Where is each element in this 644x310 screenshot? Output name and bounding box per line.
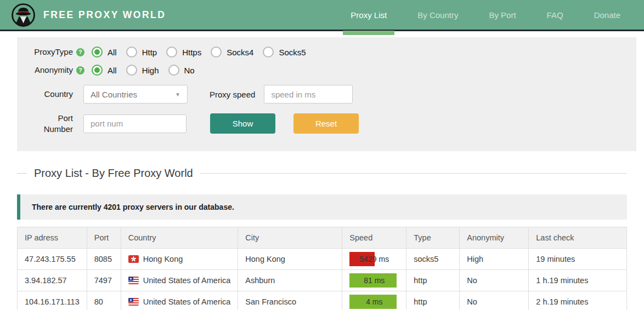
country-speed-row: Country All Countries ▼ Proxy speed: [30, 85, 636, 104]
anonymity-label: Anonymity: [30, 65, 73, 76]
radio-label: No: [184, 66, 195, 75]
anonymity-row: Anonymity ? All High No: [30, 65, 636, 76]
last-check-cell: 2 h.19 minutes: [529, 291, 627, 310]
port-cell: 7497: [87, 270, 121, 291]
radio-label: Socks5: [279, 48, 306, 57]
radio-checked-icon: [92, 47, 103, 58]
anonymity-cell: No: [460, 291, 529, 310]
country-cell: United States of America: [121, 291, 238, 310]
radio-label: All: [108, 48, 117, 57]
radio-icon: [126, 47, 137, 58]
country-label: Country: [30, 89, 73, 100]
divider: [17, 173, 27, 174]
country-cell: United States of America: [121, 270, 238, 291]
type-cell: http: [406, 270, 460, 291]
radio-proxytype-socks4[interactable]: Socks4: [211, 47, 253, 58]
speed-value: 81 ms: [349, 273, 399, 288]
page: FREE PROXY WORLD Proxy List By Country B…: [0, 0, 644, 310]
country-name: United States of America: [143, 297, 231, 306]
type-cell: http: [406, 291, 460, 310]
radio-proxytype-all[interactable]: All: [92, 47, 117, 58]
country-name: United States of America: [143, 276, 231, 285]
table-header-row: IP adress Port Country City Speed Type A…: [18, 227, 627, 249]
radio-icon: [263, 47, 274, 58]
type-cell: socks5: [406, 249, 460, 270]
header: FREE PROXY WORLD Proxy List By Country B…: [0, 0, 644, 31]
radio-proxytype-socks5[interactable]: Socks5: [263, 47, 306, 58]
chevron-down-icon: ▼: [175, 91, 180, 97]
city-cell: San Francisco: [238, 291, 342, 310]
main-nav: Proxy List By Country By Port FAQ Donate: [351, 0, 620, 31]
col-last-check[interactable]: Last check: [529, 227, 627, 249]
radio-proxytype-https[interactable]: Https: [166, 47, 201, 58]
radio-icon: [166, 47, 177, 58]
divider: [200, 173, 627, 174]
port-number-input[interactable]: [83, 114, 187, 133]
proxy-type-row: ProxyType ? All Http Https Socks4: [30, 47, 636, 58]
speed-cell: 81 ms: [342, 270, 406, 291]
country-select-value: All Countries: [91, 90, 175, 99]
radio-anonymity-no[interactable]: No: [168, 65, 195, 76]
col-port[interactable]: Port: [87, 227, 121, 249]
nav-by-country[interactable]: By Country: [417, 0, 458, 31]
country-name: Hong Kong: [143, 255, 183, 263]
ip-cell: 104.16.171.113: [18, 291, 87, 310]
help-icon[interactable]: ?: [76, 66, 84, 74]
port-buttons-row: Port Number Show Reset: [30, 113, 636, 134]
ip-cell: 47.243.175.55: [18, 249, 87, 270]
nav-proxy-list[interactable]: Proxy List: [351, 0, 387, 31]
table-row: 104.16.171.113 80 United States of Ameri…: [18, 291, 627, 310]
reset-button[interactable]: Reset: [293, 113, 359, 134]
port-cell: 8085: [87, 249, 121, 270]
radio-label: All: [108, 66, 117, 75]
brand-name: FREE PROXY WORLD: [43, 9, 166, 21]
proxy-type-options: All Http Https Socks4 Socks5: [92, 47, 315, 58]
last-check-cell: 1 h.19 minutes: [529, 270, 627, 291]
anonymity-options: All High No: [92, 65, 204, 76]
country-cell: Hong Kong: [121, 249, 238, 270]
radio-anonymity-high[interactable]: High: [126, 65, 159, 76]
radio-label: High: [142, 66, 159, 75]
filter-panel: ProxyType ? All Http Https Socks4: [17, 37, 636, 151]
proxy-speed-label: Proxy speed: [210, 90, 255, 99]
col-country[interactable]: Country: [121, 227, 238, 249]
country-select[interactable]: All Countries ▼: [83, 85, 188, 104]
col-ip[interactable]: IP adress: [18, 227, 87, 249]
anonymity-cell: High: [460, 249, 529, 270]
ip-cell: 3.94.182.57: [18, 270, 87, 291]
speed-cell: 4 ms: [342, 291, 406, 310]
proxy-count-alert: There are currently 4201 proxy servers i…: [17, 194, 627, 220]
help-icon[interactable]: ?: [76, 48, 84, 56]
page-title: Proxy List - By Free Proxy World: [34, 167, 193, 180]
section-header: Proxy List - By Free Proxy World: [17, 167, 627, 180]
flag-usa-icon: [128, 298, 139, 306]
radio-icon: [211, 47, 222, 58]
last-check-cell: 19 minutes: [529, 249, 627, 270]
col-speed[interactable]: Speed: [342, 227, 406, 249]
anonymity-cell: No: [460, 270, 529, 291]
city-cell: Ashburn: [238, 270, 342, 291]
radio-icon: [126, 65, 137, 76]
col-anonymity[interactable]: Anonymity: [460, 227, 529, 249]
brand[interactable]: FREE PROXY WORLD: [11, 3, 166, 27]
show-button[interactable]: Show: [210, 113, 275, 134]
radio-checked-icon: [92, 65, 103, 76]
nav-faq[interactable]: FAQ: [547, 0, 563, 31]
speed-cell: 5429 ms: [342, 249, 406, 270]
nav-donate[interactable]: Donate: [594, 0, 620, 31]
speed-value: 4 ms: [349, 295, 399, 309]
table-row: 47.243.175.55 8085: [18, 249, 627, 270]
port-cell: 80: [87, 291, 121, 310]
radio-icon: [168, 65, 179, 76]
spy-logo-icon: [11, 3, 36, 27]
port-number-label: Port Number: [30, 113, 73, 134]
col-type[interactable]: Type: [406, 227, 460, 249]
speed-value: 5429 ms: [349, 252, 399, 266]
radio-anonymity-all[interactable]: All: [92, 65, 117, 76]
proxy-speed-input[interactable]: [264, 85, 353, 104]
nav-by-port[interactable]: By Port: [489, 0, 516, 31]
col-city[interactable]: City: [238, 227, 342, 249]
city-cell: Hong Kong: [238, 249, 342, 270]
table-row: 3.94.182.57 7497 United States of Americ…: [18, 270, 627, 291]
radio-proxytype-http[interactable]: Http: [126, 47, 157, 58]
